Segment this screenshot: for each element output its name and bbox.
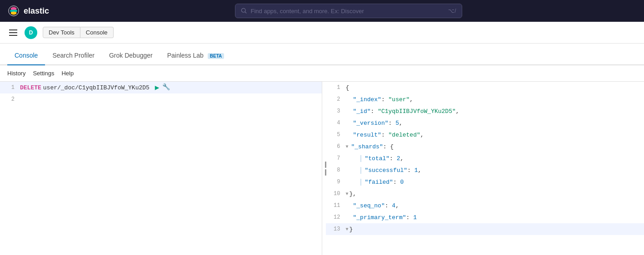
breadcrumb: Dev Tools Console — [43, 27, 114, 38]
request-path: user/_doc/C1yqbIIBJVfoW_YKu2D5 — [43, 84, 150, 91]
fold-icon-13[interactable]: ▼ — [346, 227, 349, 232]
hamburger-button[interactable] — [7, 28, 19, 38]
help-button[interactable]: Help — [61, 70, 74, 77]
tab-console[interactable]: Console — [7, 46, 45, 65]
search-icon — [241, 8, 247, 14]
tab-search-profiler[interactable]: Search Profiler — [45, 46, 102, 65]
fold-icon-10[interactable]: ▼ — [346, 191, 349, 196]
svg-rect-11 — [9, 32, 17, 33]
line-number-2: 2 — [4, 96, 15, 103]
toolbar: History Settings Help — [0, 65, 644, 82]
svg-line-9 — [245, 12, 246, 14]
resp-line-1: 1 { — [326, 82, 644, 93]
svg-point-7 — [11, 11, 16, 15]
main-content: 1 DELETE user/_doc/C1yqbIIBJVfoW_YKu2D5 … — [0, 82, 644, 255]
resp-line-12: 12 "_primary_term": 1 — [326, 211, 644, 223]
resp-line-6: 6 ▼ "_shards": { — [326, 141, 644, 152]
delete-keyword: DELETE — [20, 84, 41, 91]
tab-painless-lab[interactable]: Painless Lab BETA — [160, 46, 232, 65]
resp-line-10: 10 ▼ }, — [326, 188, 644, 200]
svg-rect-12 — [9, 35, 17, 36]
elastic-logo-text: elastic — [24, 6, 49, 16]
resp-line-4: 4 "_version": 5, — [326, 117, 644, 129]
resp-line-9: 9 "failed": 0 — [326, 176, 644, 188]
line-number-1: 1 — [4, 84, 15, 91]
settings-button[interactable]: Settings — [33, 70, 54, 77]
resp-line-8: 8 "successful": 1, — [326, 164, 644, 176]
top-navigation: elastic ⌥/ — [0, 0, 644, 22]
breadcrumb-devtools[interactable]: Dev Tools — [43, 27, 80, 38]
resp-line-11: 11 "_seq_no": 4, — [326, 200, 644, 211]
fold-icon-6[interactable]: ▼ — [346, 144, 349, 149]
resp-line-7: 7 "total": 2, — [326, 152, 644, 164]
elastic-logo-icon — [7, 5, 20, 17]
wrench-icon[interactable]: 🔧 — [162, 83, 170, 92]
elastic-logo[interactable]: elastic — [7, 5, 53, 17]
second-navigation: D Dev Tools Console — [0, 22, 644, 44]
tab-grok-debugger[interactable]: Grok Debugger — [102, 46, 160, 65]
editor-line-2[interactable]: 2 — [0, 93, 322, 105]
pause-bar-2 — [325, 169, 326, 176]
resp-line-2: 2 "_index": "user", — [326, 93, 644, 105]
line-content-1: DELETE user/_doc/C1yqbIIBJVfoW_YKu2D5 ▶ … — [20, 83, 318, 92]
editor-panel: 1 DELETE user/_doc/C1yqbIIBJVfoW_YKu2D5 … — [0, 82, 322, 255]
resp-line-3: 3 "_id": "C1yqbIIBJVfoW_YKu2D5", — [326, 105, 644, 117]
global-search-bar[interactable]: ⌥/ — [235, 4, 462, 18]
response-content: 1 { 2 "_index": "user", 3 "_id": "C1yqbI… — [322, 82, 644, 255]
search-shortcut: ⌥/ — [448, 8, 456, 14]
pause-divider[interactable] — [322, 159, 329, 177]
resp-line-5: 5 "result": "deleted", — [326, 129, 644, 141]
history-button[interactable]: History — [7, 70, 25, 77]
run-icon[interactable]: ▶ — [155, 83, 160, 92]
response-panel: 1 { 2 "_index": "user", 3 "_id": "C1yqbI… — [322, 82, 644, 255]
editor-line-1[interactable]: 1 DELETE user/_doc/C1yqbIIBJVfoW_YKu2D5 … — [0, 82, 322, 93]
resp-line-13: 13 ▼ } — [326, 223, 644, 235]
action-icons: ▶ 🔧 — [155, 83, 170, 92]
breadcrumb-console[interactable]: Console — [80, 27, 114, 38]
pause-bar-1 — [325, 162, 326, 168]
hamburger-icon — [9, 29, 17, 36]
user-avatar[interactable]: D — [25, 26, 37, 39]
global-search-input[interactable] — [251, 8, 445, 15]
beta-badge: BETA — [208, 53, 224, 59]
svg-rect-10 — [9, 29, 17, 30]
tabs-bar: Console Search Profiler Grok Debugger Pa… — [0, 44, 644, 65]
